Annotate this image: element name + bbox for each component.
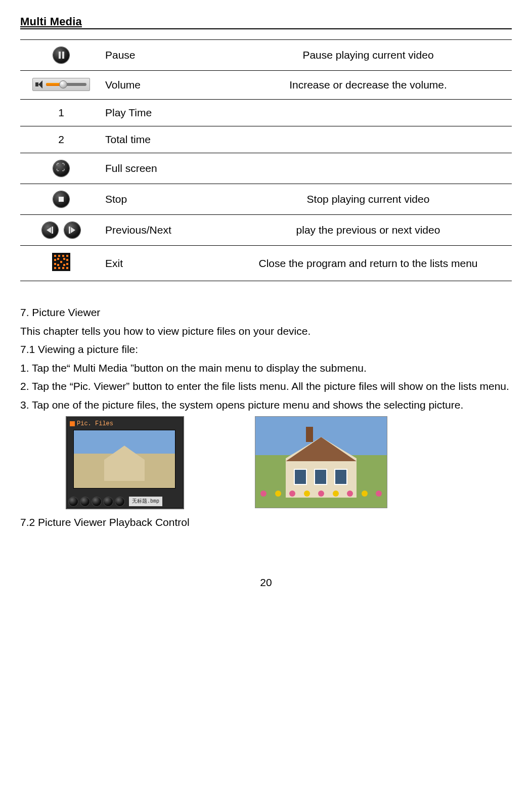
- fig-a-zoom-out-icon: [115, 497, 124, 506]
- control-name: Previous/Next: [102, 215, 225, 246]
- subsection-7-1: 7.1 Viewing a picture file:: [20, 341, 512, 358]
- step-2: 2. Tap the “Pic. Viewer” button to enter…: [20, 378, 512, 395]
- icon-cell: [20, 71, 102, 100]
- fig-a-thumbnail: [74, 430, 175, 488]
- table-row: Pause Pause playing current video: [20, 40, 512, 71]
- control-desc: [225, 153, 512, 184]
- control-name: Exit: [102, 246, 225, 281]
- stop-icon: [53, 191, 69, 207]
- control-desc: [225, 126, 512, 153]
- table-row: Exit Close the program and return to the…: [20, 246, 512, 281]
- section-7: 7. Picture Viewer This chapter tells you…: [20, 304, 512, 531]
- section-title: 7. Picture Viewer: [20, 304, 512, 321]
- control-desc: Pause playing current video: [225, 40, 512, 71]
- fig-a-filename: 无标题.bmp: [129, 497, 162, 507]
- fullscreen-icon: [53, 160, 69, 176]
- control-name: Full screen: [102, 153, 225, 184]
- table-row: Volume Increase or decrease the volume.: [20, 71, 512, 100]
- control-name: Total time: [102, 126, 225, 153]
- table-row: 2 Total time: [20, 126, 512, 153]
- fig-a-next-icon: [80, 497, 90, 506]
- table-row: Full screen: [20, 153, 512, 184]
- figures-row: Pic. Files 无标题.bmp: [66, 416, 512, 509]
- exit-icon: [52, 253, 70, 271]
- control-name: Play Time: [102, 100, 225, 126]
- figure-pic-files-screenshot: Pic. Files 无标题.bmp: [66, 416, 184, 509]
- control-name: Volume: [102, 71, 225, 100]
- fig-a-rotate-icon: [92, 497, 101, 506]
- step-1: 1. Tap the“ Multi Media ”button on the m…: [20, 360, 512, 377]
- icon-cell: [20, 246, 102, 281]
- previous-icon: [42, 222, 58, 238]
- icon-cell: 2: [20, 126, 102, 153]
- number-two: 2: [58, 134, 64, 145]
- volume-slider-icon: [32, 78, 90, 91]
- header-title: Multi Media: [20, 15, 82, 28]
- icon-cell: [20, 215, 102, 246]
- page-header: Multi Media: [20, 15, 512, 29]
- control-desc: Stop playing current video: [225, 184, 512, 215]
- step-3: 3. Tap one of the picture files, the sys…: [20, 397, 512, 414]
- section-intro: This chapter tells you how to view pictu…: [20, 323, 512, 340]
- subsection-7-2: 7.2 Picture Viewer Playback Control: [20, 514, 512, 531]
- control-name: Pause: [102, 40, 225, 71]
- page-number: 20: [20, 576, 512, 589]
- icon-cell: [20, 153, 102, 184]
- controls-table: Pause Pause playing current video Volume…: [20, 39, 512, 281]
- number-one: 1: [58, 107, 64, 118]
- next-icon: [64, 222, 80, 238]
- fig-a-title: Pic. Files: [70, 419, 113, 429]
- control-desc: Increase or decrease the volume.: [225, 71, 512, 100]
- control-desc: [225, 100, 512, 126]
- icon-cell: [20, 40, 102, 71]
- table-row: Stop Stop playing current video: [20, 184, 512, 215]
- fig-a-prev-icon: [69, 497, 78, 506]
- control-desc: Close the program and return to the list…: [225, 246, 512, 281]
- figure-house-picture: [255, 416, 387, 508]
- icon-cell: [20, 184, 102, 215]
- fig-a-controls: 无标题.bmp: [69, 497, 162, 507]
- table-row: 1 Play Time: [20, 100, 512, 126]
- control-desc: play the previous or next video: [225, 215, 512, 246]
- icon-cell: 1: [20, 100, 102, 126]
- fig-a-zoom-in-icon: [104, 497, 113, 506]
- control-name: Stop: [102, 184, 225, 215]
- pause-icon: [53, 47, 69, 63]
- table-row: Previous/Next play the previous or next …: [20, 215, 512, 246]
